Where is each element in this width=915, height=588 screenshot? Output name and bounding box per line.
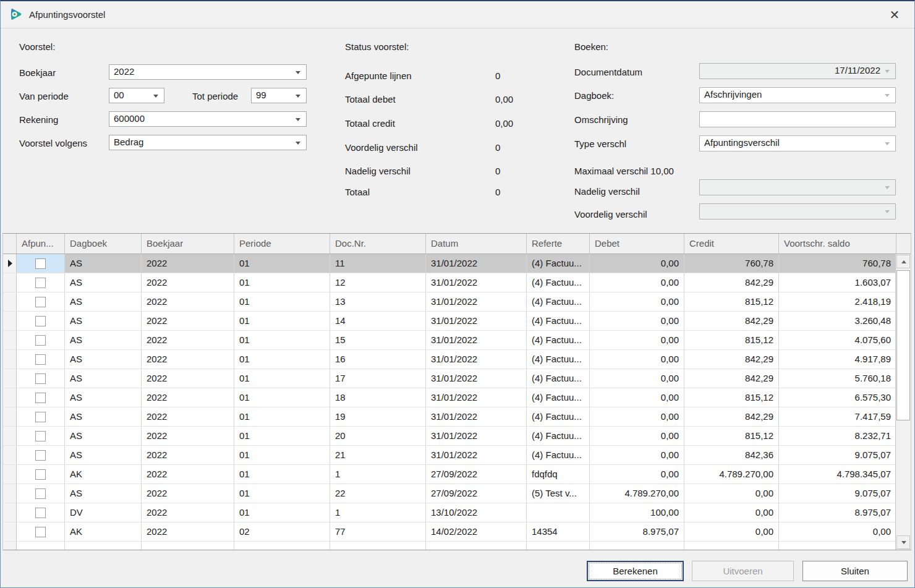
table-row[interactable]: AS2022011431/01/2022(4) Factuu...0,00842… <box>3 312 911 331</box>
cell-afpunten <box>17 427 65 445</box>
cell-periode: 01 <box>234 446 330 464</box>
cell-periode: 01 <box>234 388 330 407</box>
berekenen-button[interactable]: Berekenen <box>587 561 684 581</box>
scrollbar-thumb[interactable] <box>896 270 910 420</box>
column-header-doc-nr-[interactable]: Doc.Nr. <box>330 234 426 254</box>
tot-periode-select[interactable]: 99 <box>251 88 307 103</box>
row-checkbox[interactable] <box>35 316 46 326</box>
column-header-periode[interactable]: Periode <box>234 234 330 254</box>
boekjaar-select[interactable]: 2022 <box>109 64 307 80</box>
table-row[interactable]: AS2022011231/01/2022(4) Factuu...0,00842… <box>3 273 911 292</box>
table-row[interactable]: AS2022011331/01/2022(4) Factuu...0,00815… <box>3 292 911 312</box>
cell-datum: 31/01/2022 <box>426 312 527 330</box>
table-row[interactable]: AS2022011731/01/2022(4) Factuu...0,00842… <box>3 369 911 388</box>
cell-credit: 815,12 <box>684 427 779 445</box>
row-selector-gutter[interactable] <box>3 407 17 426</box>
cell-afpunten <box>17 522 65 541</box>
row-checkbox[interactable] <box>35 508 46 518</box>
voorstel-heading: Voorstel: <box>19 41 55 52</box>
table-row[interactable]: DV202201113/10/2022100,000,008.975,07 <box>3 503 911 522</box>
row-checkbox[interactable] <box>35 431 46 441</box>
table-row[interactable]: AK2022027714/02/2022143548.975,070,000,0… <box>3 522 911 542</box>
column-header-voortschr-saldo[interactable]: Voortschr. saldo <box>779 234 896 254</box>
sluiten-button[interactable]: Sluiten <box>802 561 908 581</box>
row-selector-gutter[interactable] <box>3 484 17 503</box>
rekening-select[interactable]: 600000 <box>109 111 307 127</box>
row-checkbox[interactable] <box>35 393 46 403</box>
cell-afpunten <box>17 465 65 484</box>
cell-saldo: 8.975,07 <box>779 503 896 522</box>
cell-docnr: 12 <box>330 273 426 292</box>
row-checkbox[interactable] <box>35 335 46 346</box>
row-selector-gutter[interactable] <box>3 465 17 484</box>
row-selector-gutter[interactable] <box>3 254 17 273</box>
row-selector-gutter[interactable] <box>3 331 17 349</box>
column-header-debet[interactable]: Debet <box>590 234 684 254</box>
cell-boekjaar: 2022 <box>142 407 234 426</box>
row-checkbox[interactable] <box>35 469 46 480</box>
row-selector-gutter[interactable] <box>3 273 17 292</box>
table-row[interactable]: AS2022012131/01/2022(4) Factuu...0,00842… <box>3 446 911 465</box>
row-selector-gutter[interactable] <box>3 446 17 464</box>
table-row[interactable]: AS2022012031/01/2022(4) Factuu...0,00815… <box>3 427 911 446</box>
cell-referte <box>527 542 590 550</box>
table-row[interactable]: AS2022011831/01/2022(4) Factuu...0,00815… <box>3 388 911 407</box>
chevron-down-icon <box>153 95 158 98</box>
cell-periode: 01 <box>234 254 330 273</box>
cell-debet: 4.789.270,00 <box>590 484 684 503</box>
row-selector-gutter[interactable] <box>3 292 17 311</box>
cell-boekjaar: 2022 <box>142 465 234 484</box>
row-checkbox[interactable] <box>35 373 46 384</box>
cell-datum: 31/01/2022 <box>426 388 527 407</box>
vertical-scrollbar[interactable] <box>895 254 911 550</box>
close-icon[interactable]: ✕ <box>886 6 903 23</box>
table-row[interactable]: AS2022011931/01/2022(4) Factuu...0,00842… <box>3 407 911 427</box>
table-row[interactable]: AS2022011531/01/2022(4) Factuu...0,00815… <box>3 331 911 350</box>
column-header-datum[interactable]: Datum <box>426 234 527 254</box>
voorstel-volgens-select[interactable]: Bedrag <box>109 135 307 150</box>
row-checkbox[interactable] <box>35 412 46 422</box>
row-selector-gutter[interactable] <box>3 503 17 522</box>
row-checkbox[interactable] <box>35 527 46 537</box>
cell-datum: 27/09/2022 <box>426 484 527 503</box>
cell-referte: (4) Factuu... <box>527 407 590 426</box>
cell-saldo: 2.418,19 <box>779 292 896 311</box>
cell-dagboek: AS <box>65 407 142 426</box>
table-row[interactable]: AS2022011631/01/2022(4) Factuu...0,00842… <box>3 350 911 369</box>
cell-dagboek: AK <box>65 522 142 541</box>
column-header-dagboek[interactable]: Dagboek <box>65 234 142 254</box>
table-row[interactable]: AK202201127/09/2022fdqfdq0,004.789.270,0… <box>3 465 911 484</box>
van-periode-select[interactable]: 00 <box>109 88 164 103</box>
row-selector-gutter[interactable] <box>3 388 17 407</box>
row-selector-gutter[interactable] <box>3 312 17 330</box>
cell-periode: 01 <box>234 312 330 330</box>
row-checkbox[interactable] <box>35 450 46 461</box>
scroll-up-button[interactable] <box>896 255 910 268</box>
type-verschil-select[interactable]: Afpuntingsverschil <box>699 135 896 151</box>
column-header-referte[interactable]: Referte <box>527 234 590 254</box>
row-checkbox[interactable] <box>35 278 46 288</box>
row-selector-gutter[interactable] <box>3 522 17 541</box>
nadelig-verschil-select <box>699 179 896 195</box>
cell-debet: 0,00 <box>590 331 684 349</box>
row-checkbox[interactable] <box>35 258 46 269</box>
cell-dagboek: AS <box>65 292 142 311</box>
column-header-afpunten[interactable]: Afpun... <box>17 234 65 254</box>
omschrijving-label: Omschrijving <box>574 114 628 125</box>
row-selector-gutter[interactable] <box>3 350 17 369</box>
column-header-boekjaar[interactable]: Boekjaar <box>142 234 234 254</box>
cell-boekjaar: 2022 <box>142 254 234 273</box>
row-checkbox[interactable] <box>35 354 46 365</box>
row-selector-gutter[interactable] <box>3 369 17 388</box>
omschrijving-input[interactable] <box>699 111 896 127</box>
scroll-down-button[interactable] <box>896 535 910 549</box>
status-label: Totaal debet <box>345 94 396 104</box>
row-selector-gutter[interactable] <box>3 427 17 445</box>
dagboek-select[interactable]: Afschrijvingen <box>699 87 896 103</box>
row-checkbox[interactable] <box>35 297 46 307</box>
table-row[interactable]: AS2022011131/01/2022(4) Factuu...0,00760… <box>3 254 911 273</box>
column-header-credit[interactable]: Credit <box>684 234 779 254</box>
row-checkbox[interactable] <box>35 488 46 499</box>
table-row[interactable]: AS2022012227/09/2022(5) Test v...4.789.2… <box>3 484 911 503</box>
row-selector-gutter[interactable] <box>3 542 17 550</box>
